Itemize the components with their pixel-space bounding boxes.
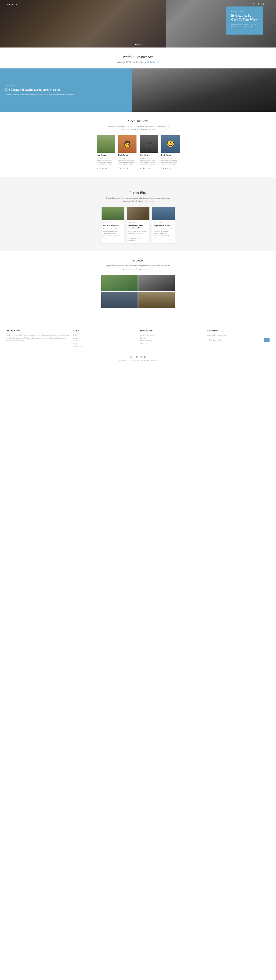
footer-info-privacy[interactable]: Privacy & Policy (140, 339, 203, 342)
hero-dots (135, 44, 141, 45)
blog-content-2: MAY 2016 Download Bundle Templates 2017 … (127, 220, 149, 243)
gray-divider (0, 177, 276, 183)
alex-image: 🎥 (140, 135, 158, 153)
blog-excerpt-3: Far far away, behind the word mountains,… (154, 228, 173, 239)
twitter-icon[interactable]: 𝕏 (252, 3, 254, 6)
blog-card-1[interactable]: MAY 2016 Get Free Template Far far away,… (102, 207, 124, 243)
creator-image (132, 68, 276, 111)
blog-content-3: MAY 2016 Inspirational Website Far far a… (152, 220, 174, 241)
footer-newsletter-form: → (207, 338, 270, 342)
blog-title-3: Inspirational Website (154, 224, 173, 227)
staff-avatar-alex: 🎥 (140, 135, 158, 153)
footer-social-icons: 𝕏 f in ◎ g+ (130, 355, 146, 358)
jean-g[interactable]: g+ (102, 167, 104, 169)
footer-info-title: Information (140, 329, 203, 332)
staff-subtitle: Dignissimos asperiores vitae velit venia… (106, 125, 170, 131)
blog-card-2[interactable]: MAY 2016 Download Bundle Templates 2017 … (127, 207, 149, 243)
staff-avatar-hush: 👩 (118, 135, 136, 153)
pinterest-icon[interactable]: p (260, 3, 262, 6)
hush-g[interactable]: g+ (124, 167, 126, 169)
footer-instagram-icon[interactable]: in (136, 355, 138, 358)
staff-card-dash: 🤓 Dash Raven Quia quia provident consequ… (161, 135, 179, 169)
alex-pin[interactable]: ◎ (148, 167, 150, 169)
instagram-icon[interactable]: in (258, 3, 259, 6)
footer-facebook-icon[interactable]: f (134, 355, 135, 358)
staff-grid: 🌿 Jean Smith Quia quia provident consequ… (4, 135, 272, 169)
footer-about-title: About Words (6, 329, 69, 332)
facebook-icon[interactable]: f (255, 3, 256, 6)
google-icon[interactable]: g+ (263, 3, 265, 6)
jean-desc: Quia quia provident consequuntur culpa f… (97, 157, 115, 166)
hero-dot-2[interactable] (137, 44, 139, 45)
footer-link-home[interactable]: Home (73, 334, 136, 337)
menu-icon[interactable]: ≡ (268, 3, 270, 6)
footer-info-contact[interactable]: Contact (140, 337, 203, 340)
blog-excerpt-1: Far far away, behind the word mountains,… (103, 228, 122, 239)
footer-info-terms[interactable]: Terms & Conditions (140, 334, 203, 337)
footer-links-title: Links (73, 329, 136, 332)
blog-title-2: Download Bundle Templates 2017 (128, 224, 148, 229)
hero-title: Be Creative, Be Good To Your Work (231, 14, 258, 22)
dash-g[interactable]: g+ (167, 167, 169, 169)
footer-circle-icon[interactable]: ◎ (140, 355, 142, 358)
hero-dot-3[interactable] (140, 44, 141, 45)
blog-grid: MAY 2016 Get Free Template Far far away,… (4, 207, 272, 243)
staff-section: Meet Our Staff Dignissimos asperiores vi… (0, 111, 276, 177)
jean-twitter[interactable]: 𝕏 (97, 167, 98, 169)
blog-date-2: MAY 2016 (128, 222, 148, 223)
hush-desc: Quia quia provident consequuntur culpa f… (118, 157, 136, 166)
dash-pin[interactable]: ◎ (170, 167, 171, 169)
blog-date-1: MAY 2016 (103, 222, 122, 223)
hero-dot-1[interactable] (135, 44, 136, 45)
dash-insta[interactable]: in (165, 167, 166, 169)
alex-insta[interactable]: in (143, 167, 144, 169)
hush-facebook[interactable]: f (120, 167, 121, 169)
footer: About Words Far far away, behind the wor… (0, 324, 276, 365)
footer-google-icon[interactable]: g+ (144, 355, 146, 358)
projects-grid (102, 275, 174, 308)
footer-link-blog[interactable]: Blog (73, 342, 136, 345)
alex-twitter[interactable]: 𝕏 (140, 167, 141, 169)
footer-email-input[interactable] (207, 338, 264, 342)
blog-title-1: Get Free Template (103, 224, 122, 227)
alex-facebook[interactable]: f (142, 167, 143, 169)
heart-icon: ♥ (128, 60, 130, 63)
creator-description: Far far away, behind the word mountains,… (5, 94, 128, 96)
jean-insta[interactable]: in (100, 167, 102, 169)
project-item-4[interactable] (138, 292, 174, 308)
footer-about: About Words Far far away, behind the wor… (6, 329, 69, 348)
project-item-3[interactable] (102, 292, 138, 308)
nav-logo[interactable]: WORDS (6, 3, 18, 6)
hush-twitter[interactable]: 𝕏 (118, 167, 119, 169)
jean-socials: 𝕏 f in g+ ◎ (97, 167, 115, 169)
words-link[interactable]: sc.chinaz.com (147, 60, 159, 63)
hush-insta[interactable]: in (122, 167, 123, 169)
footer-link-help[interactable]: Help / Contact (73, 345, 136, 348)
footer-copyright: Copyright © 2020 Company name All rights… (119, 360, 157, 361)
hush-socials: 𝕏 f in g+ ◎ (118, 167, 136, 169)
jean-name: Jean Smith (97, 154, 115, 156)
alex-socials: 𝕏 f in g+ ◎ (140, 167, 158, 169)
footer-twitter-icon[interactable]: 𝕏 (130, 355, 132, 358)
jean-facebook[interactable]: f (99, 167, 99, 169)
blog-card-3[interactable]: MAY 2016 Inspirational Website Far far a… (152, 207, 174, 243)
dash-facebook[interactable]: f (163, 167, 164, 169)
blog-thumb-2 (127, 207, 149, 220)
alex-name: Alex King (140, 154, 158, 156)
project-item-2[interactable] (138, 275, 174, 291)
hush-image: 👩 (118, 135, 136, 153)
hush-pin[interactable]: ◎ (127, 167, 128, 169)
project-item-1[interactable] (102, 275, 138, 291)
blog-thumb-3 (152, 207, 174, 220)
footer-subscribe-button[interactable]: → (264, 338, 270, 342)
footer-link-about[interactable]: About (73, 337, 136, 340)
dash-twitter[interactable]: 𝕏 (161, 167, 163, 169)
staff-card-jean: 🌿 Jean Smith Quia quia provident consequ… (97, 135, 115, 169)
footer-info-about[interactable]: About Us (140, 342, 203, 345)
blog-excerpt-2: Far far away, behind the word mountains,… (128, 231, 148, 242)
blog-section: Recent Blog Dignissimos asperiores vitae… (0, 183, 276, 251)
jean-pin[interactable]: ◎ (105, 167, 106, 169)
alex-g[interactable]: g+ (145, 167, 147, 169)
footer-link-work[interactable]: Work (73, 339, 136, 342)
blog-date-3: MAY 2016 (154, 222, 173, 223)
